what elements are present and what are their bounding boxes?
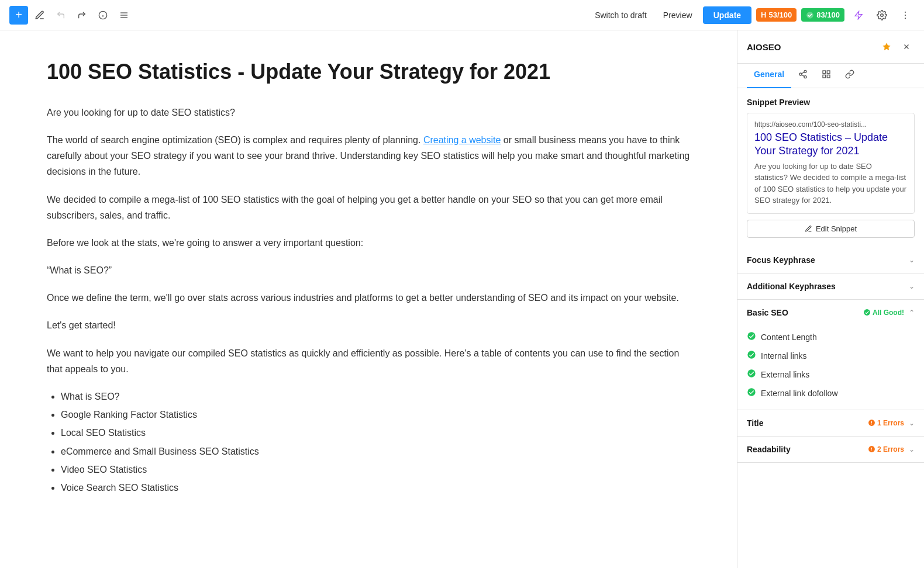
paragraph-4: Before we look at the stats, we're going… [47, 235, 690, 251]
lightning-button[interactable] [849, 6, 868, 25]
sidebar-header: AIOSEO [737, 30, 924, 64]
basic-seo-right: All Good! ⌃ [863, 309, 915, 317]
additional-keyphrases-header[interactable]: Additional Keyphrases ⌄ [737, 273, 924, 299]
edit-tool-button[interactable] [30, 6, 49, 25]
paragraph-2: The world of search engine optimization … [47, 132, 690, 180]
h-score-badge[interactable]: H 53/100 [756, 8, 797, 22]
star-button[interactable] [878, 39, 895, 55]
svg-point-10 [905, 14, 906, 15]
list-item: Voice Search SEO Statistics [61, 480, 690, 496]
h-score-value: 53/100 [768, 11, 792, 19]
readability-errors-badge: 2 Errors [868, 445, 904, 453]
tab-link[interactable] [838, 64, 861, 88]
svg-line-19 [802, 72, 805, 74]
editor-area[interactable]: 100 SEO Statistics - Update Your Strateg… [0, 30, 737, 568]
snippet-page-title[interactable]: 100 SEO Statistics – Update Your Strateg… [754, 131, 907, 158]
svg-rect-20 [823, 71, 826, 74]
svg-point-17 [804, 76, 806, 78]
snippet-description: Are you looking for up to date SEO stati… [754, 161, 907, 206]
title-accordion: Title 1 Errors ⌄ [737, 410, 924, 437]
svg-point-6 [806, 12, 813, 19]
svg-point-25 [747, 332, 755, 340]
g-score-badge[interactable]: 83/100 [801, 8, 844, 22]
share-icon [798, 70, 808, 79]
more-options-button[interactable] [896, 6, 915, 25]
svg-point-26 [747, 351, 755, 358]
svg-rect-22 [823, 75, 826, 78]
basic-seo-checks: Content Length Internal links External l… [737, 325, 924, 410]
svg-marker-12 [882, 43, 890, 50]
svg-marker-7 [855, 11, 862, 19]
chevron-down-icon: ⌄ [909, 256, 915, 264]
additional-keyphrases-accordion: Additional Keyphrases ⌄ [737, 273, 924, 300]
info-button[interactable] [94, 6, 112, 25]
check-content-length: Content Length [747, 328, 915, 347]
switch-to-draft-button[interactable]: Switch to draft [589, 7, 653, 23]
tab-schema[interactable] [815, 64, 838, 88]
sidebar-header-icons [878, 39, 915, 55]
update-button[interactable]: Update [703, 6, 751, 24]
list-item: What is SEO? [61, 389, 690, 404]
svg-point-8 [881, 13, 884, 16]
check-icon-green [747, 331, 756, 343]
creating-website-link[interactable]: Creating a website [423, 135, 501, 145]
error-circle-icon-2 [868, 445, 875, 453]
tab-share[interactable] [791, 64, 815, 88]
focus-keyphrase-right: ⌄ [909, 256, 915, 264]
tab-general[interactable]: General [747, 64, 791, 88]
readability-header[interactable]: Readability 2 Errors ⌄ [737, 437, 924, 462]
table-of-contents: What is SEO? Google Ranking Factor Stati… [61, 389, 690, 496]
list-item: eCommerce and Small Business SEO Statist… [61, 444, 690, 459]
svg-point-28 [747, 388, 755, 396]
svg-rect-23 [827, 75, 830, 78]
basic-seo-accordion: Basic SEO All Good! ⌃ Content Length [737, 300, 924, 410]
h-score-label: H [761, 11, 766, 19]
check-icon-green [747, 369, 756, 380]
basic-seo-header[interactable]: Basic SEO All Good! ⌃ [737, 300, 924, 325]
list-item: Google Ranking Factor Statistics [61, 407, 690, 422]
check-icon-green [747, 387, 756, 399]
additional-keyphrases-label: Additional Keyphrases [747, 282, 836, 291]
edit-snippet-label: Edit Snippet [816, 224, 857, 233]
focus-keyphrase-header[interactable]: Focus Keyphrase ⌄ [737, 247, 924, 273]
chevron-down-icon: ⌄ [909, 282, 915, 290]
check-external-links: External links [747, 365, 915, 384]
page-title[interactable]: 100 SEO Statistics - Update Your Strateg… [47, 58, 690, 86]
link-icon [845, 70, 854, 79]
sidebar-tabs: General [737, 64, 924, 88]
paragraph-8: We want to help you navigate our compile… [47, 345, 690, 377]
chevron-down-icon: ⌄ [909, 445, 915, 453]
aioseo-sidebar: AIOSEO General [737, 30, 924, 568]
preview-button[interactable]: Preview [657, 7, 698, 23]
main-layout: 100 SEO Statistics - Update Your Strateg… [0, 30, 924, 568]
additional-keyphrases-right: ⌄ [909, 282, 915, 290]
readability-right: 2 Errors ⌄ [868, 445, 915, 453]
snippet-url: https://aioseo.com/100-seo-statisti... [754, 120, 907, 129]
menu-button[interactable] [115, 6, 133, 25]
paragraph-1: Are you looking for up to date SEO stati… [47, 105, 690, 120]
svg-point-24 [864, 309, 870, 316]
redo-button[interactable] [73, 6, 91, 25]
toolbar-left: + [9, 6, 589, 25]
title-label: Title [747, 418, 764, 428]
edit-snippet-button[interactable]: Edit Snippet [747, 220, 915, 238]
basic-seo-label: Basic SEO [747, 308, 788, 317]
snippet-card: https://aioseo.com/100-seo-statisti... 1… [747, 113, 915, 214]
chevron-down-icon: ⌄ [909, 419, 915, 427]
check-external-dofollow: External link dofollow [747, 384, 915, 403]
all-good-badge: All Good! [863, 309, 904, 317]
title-header[interactable]: Title 1 Errors ⌄ [737, 410, 924, 436]
list-item: Video SEO Statistics [61, 462, 690, 477]
title-right: 1 Errors ⌄ [868, 419, 915, 427]
add-block-button[interactable]: + [9, 6, 28, 25]
paragraph-7: Let's get started! [47, 317, 690, 333]
settings-button[interactable] [873, 6, 891, 25]
undo-button[interactable] [51, 6, 70, 25]
schema-icon [822, 70, 831, 79]
check-internal-links: Internal links [747, 347, 915, 365]
paragraph-5: “What is SEO?” [47, 262, 690, 278]
readability-accordion: Readability 2 Errors ⌄ [737, 437, 924, 463]
close-sidebar-button[interactable] [898, 39, 915, 55]
svg-point-11 [905, 18, 906, 19]
list-item: Local SEO Statistics [61, 425, 690, 441]
